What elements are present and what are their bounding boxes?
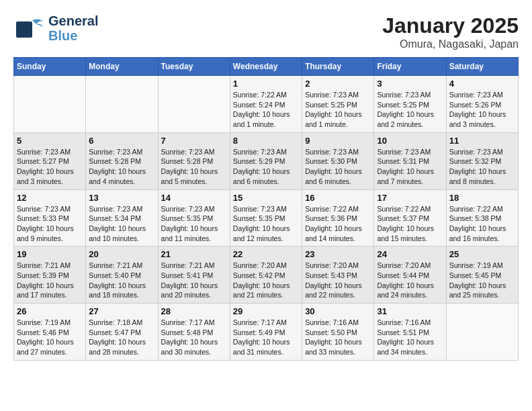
day-info: Sunrise: 7:18 AM Sunset: 5:47 PM Dayligh… [89,318,154,357]
day-header-thursday: Thursday [302,58,374,76]
calendar-empty [86,76,158,133]
calendar-day-3: 3Sunrise: 7:23 AM Sunset: 5:25 PM Daylig… [374,76,446,133]
day-number: 2 [305,79,371,89]
day-number: 12 [17,193,83,203]
day-info: Sunrise: 7:21 AM Sunset: 5:41 PM Dayligh… [161,261,227,300]
day-number: 27 [89,306,154,316]
calendar-day-19: 19Sunrise: 7:21 AM Sunset: 5:39 PM Dayli… [14,246,86,304]
day-number: 31 [377,306,443,316]
day-number: 28 [161,306,227,316]
day-number: 10 [377,136,443,146]
calendar-day-28: 28Sunrise: 7:17 AM Sunset: 5:48 PM Dayli… [158,304,230,361]
calendar-day-9: 9Sunrise: 7:23 AM Sunset: 5:30 PM Daylig… [302,132,374,189]
calendar-day-8: 8Sunrise: 7:23 AM Sunset: 5:29 PM Daylig… [230,132,302,189]
calendar-day-13: 13Sunrise: 7:23 AM Sunset: 5:34 PM Dayli… [86,189,158,246]
calendar-day-15: 15Sunrise: 7:23 AM Sunset: 5:35 PM Dayli… [230,189,302,246]
day-info: Sunrise: 7:23 AM Sunset: 5:35 PM Dayligh… [161,204,227,244]
calendar-empty [446,304,518,361]
day-number: 18 [449,193,515,203]
day-info: Sunrise: 7:17 AM Sunset: 5:49 PM Dayligh… [233,318,299,357]
day-header-wednesday: Wednesday [230,58,302,76]
day-header-saturday: Saturday [446,58,518,76]
day-number: 13 [89,193,154,203]
day-number: 19 [17,249,83,259]
calendar-day-6: 6Sunrise: 7:23 AM Sunset: 5:28 PM Daylig… [86,132,158,189]
day-number: 20 [89,249,154,259]
day-info: Sunrise: 7:23 AM Sunset: 5:28 PM Dayligh… [89,147,154,187]
day-number: 29 [233,306,299,316]
day-number: 1 [233,79,299,89]
day-info: Sunrise: 7:21 AM Sunset: 5:40 PM Dayligh… [89,261,154,300]
calendar-day-23: 23Sunrise: 7:20 AM Sunset: 5:43 PM Dayli… [302,246,374,304]
day-info: Sunrise: 7:23 AM Sunset: 5:31 PM Dayligh… [377,147,443,187]
calendar-day-11: 11Sunrise: 7:23 AM Sunset: 5:32 PM Dayli… [446,132,518,189]
calendar-day-22: 22Sunrise: 7:20 AM Sunset: 5:42 PM Dayli… [230,246,302,304]
day-info: Sunrise: 7:23 AM Sunset: 5:26 PM Dayligh… [449,90,515,130]
day-number: 17 [377,193,443,203]
day-info: Sunrise: 7:17 AM Sunset: 5:48 PM Dayligh… [161,318,227,357]
day-number: 30 [305,306,371,316]
svg-rect-1 [19,21,32,38]
calendar-day-24: 24Sunrise: 7:20 AM Sunset: 5:44 PM Dayli… [374,246,446,304]
day-number: 16 [305,193,371,203]
day-number: 6 [89,136,154,146]
calendar-day-26: 26Sunrise: 7:19 AM Sunset: 5:46 PM Dayli… [14,304,86,361]
calendar-empty [158,76,230,133]
day-info: Sunrise: 7:19 AM Sunset: 5:46 PM Dayligh… [17,318,83,357]
logo-blue: Blue [48,28,98,43]
day-info: Sunrise: 7:16 AM Sunset: 5:50 PM Dayligh… [305,318,371,357]
calendar-day-21: 21Sunrise: 7:21 AM Sunset: 5:41 PM Dayli… [158,246,230,304]
calendar-week-3: 12Sunrise: 7:23 AM Sunset: 5:33 PM Dayli… [14,189,519,246]
calendar-day-2: 2Sunrise: 7:23 AM Sunset: 5:25 PM Daylig… [302,76,374,133]
day-info: Sunrise: 7:22 AM Sunset: 5:37 PM Dayligh… [377,204,443,244]
day-header-friday: Friday [374,58,446,76]
day-number: 26 [17,306,83,316]
day-info: Sunrise: 7:21 AM Sunset: 5:39 PM Dayligh… [17,261,83,300]
calendar-day-31: 31Sunrise: 7:16 AM Sunset: 5:51 PM Dayli… [374,304,446,361]
calendar-title: January 2025 [382,13,519,38]
calendar-day-16: 16Sunrise: 7:22 AM Sunset: 5:36 PM Dayli… [302,189,374,246]
day-info: Sunrise: 7:23 AM Sunset: 5:27 PM Dayligh… [17,147,83,187]
calendar-week-1: 1Sunrise: 7:22 AM Sunset: 5:24 PM Daylig… [14,76,519,133]
calendar-day-4: 4Sunrise: 7:23 AM Sunset: 5:26 PM Daylig… [446,76,518,133]
calendar-week-2: 5Sunrise: 7:23 AM Sunset: 5:27 PM Daylig… [14,132,519,189]
logo: General Blue [13,13,98,43]
day-header-tuesday: Tuesday [158,58,230,76]
day-number: 21 [161,249,227,259]
day-info: Sunrise: 7:23 AM Sunset: 5:33 PM Dayligh… [17,204,83,244]
calendar-day-18: 18Sunrise: 7:22 AM Sunset: 5:38 PM Dayli… [446,189,518,246]
day-header-sunday: Sunday [14,58,86,76]
calendar-day-12: 12Sunrise: 7:23 AM Sunset: 5:33 PM Dayli… [14,189,86,246]
day-info: Sunrise: 7:20 AM Sunset: 5:44 PM Dayligh… [377,261,443,300]
calendar-week-5: 26Sunrise: 7:19 AM Sunset: 5:46 PM Dayli… [14,304,519,361]
day-number: 7 [161,136,227,146]
calendar-day-20: 20Sunrise: 7:21 AM Sunset: 5:40 PM Dayli… [86,246,158,304]
day-info: Sunrise: 7:23 AM Sunset: 5:32 PM Dayligh… [449,147,515,187]
day-info: Sunrise: 7:22 AM Sunset: 5:38 PM Dayligh… [449,204,515,244]
day-info: Sunrise: 7:23 AM Sunset: 5:28 PM Dayligh… [161,147,227,187]
day-number: 25 [449,249,515,259]
day-number: 11 [449,136,515,146]
day-info: Sunrise: 7:23 AM Sunset: 5:25 PM Dayligh… [305,90,371,130]
day-info: Sunrise: 7:23 AM Sunset: 5:25 PM Dayligh… [377,90,443,130]
day-info: Sunrise: 7:23 AM Sunset: 5:30 PM Dayligh… [305,147,371,187]
day-info: Sunrise: 7:19 AM Sunset: 5:45 PM Dayligh… [449,261,515,300]
day-info: Sunrise: 7:20 AM Sunset: 5:43 PM Dayligh… [305,261,371,300]
day-number: 22 [233,249,299,259]
page-header: General Blue January 2025 Omura, Nagasak… [13,13,519,50]
day-number: 3 [377,79,443,89]
day-number: 5 [17,136,83,146]
day-info: Sunrise: 7:23 AM Sunset: 5:34 PM Dayligh… [89,204,154,244]
logo-general: General [48,13,98,28]
calendar-title-block: January 2025 Omura, Nagasaki, Japan [382,13,519,50]
day-number: 15 [233,193,299,203]
day-number: 14 [161,193,227,203]
calendar-day-29: 29Sunrise: 7:17 AM Sunset: 5:49 PM Dayli… [230,304,302,361]
calendar-day-5: 5Sunrise: 7:23 AM Sunset: 5:27 PM Daylig… [14,132,86,189]
calendar-day-17: 17Sunrise: 7:22 AM Sunset: 5:37 PM Dayli… [374,189,446,246]
calendar-day-10: 10Sunrise: 7:23 AM Sunset: 5:31 PM Dayli… [374,132,446,189]
calendar-table: SundayMondayTuesdayWednesdayThursdayFrid… [13,57,519,361]
day-number: 4 [449,79,515,89]
logo-icon [13,15,46,42]
day-header-monday: Monday [86,58,158,76]
